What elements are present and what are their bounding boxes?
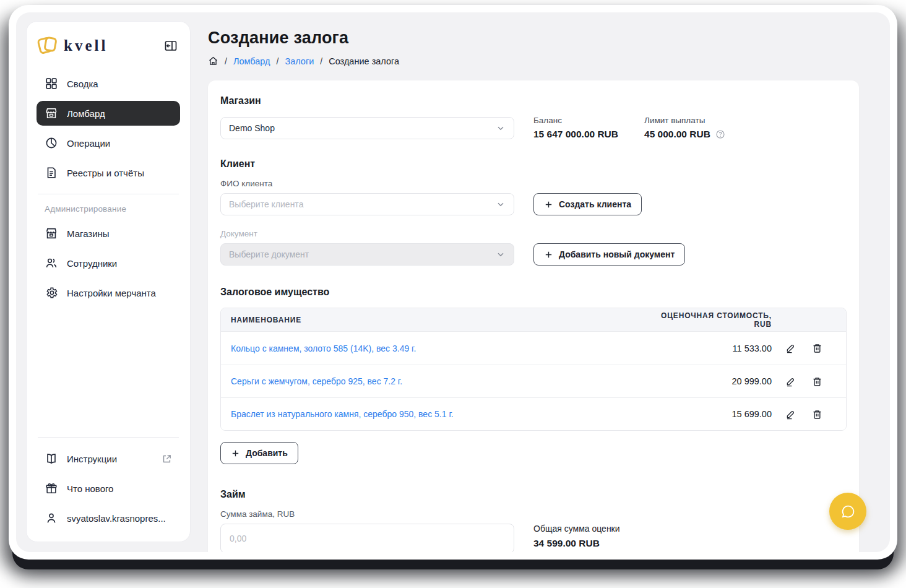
gift-icon — [45, 482, 58, 495]
sidebar-section-label: Администрирование — [45, 204, 180, 214]
total-appraisal: Общая сумма оценки 34 599.00 RUB — [533, 524, 620, 549]
plus-icon — [231, 449, 240, 458]
client-section-heading: Клиент — [220, 158, 847, 170]
sidebar-collapse-button[interactable] — [163, 38, 179, 54]
sidebar-item-magaziny[interactable]: Магазины — [37, 221, 180, 246]
collapse-sidebar-icon — [163, 38, 178, 53]
sidebar-item-label: Сводка — [67, 79, 172, 89]
edit-button[interactable] — [783, 407, 798, 422]
total-appraisal-value: 34 599.00 RUB — [533, 538, 620, 549]
app-screen: kvell Сводка — [16, 12, 890, 552]
book-icon — [45, 452, 58, 465]
shop-select-value: Demo Shop — [229, 123, 275, 133]
payout-limit-label: Лимит выплаты — [644, 116, 725, 125]
breadcrumb: Ломбард Залоги Создание залога — [208, 56, 859, 66]
chevron-down-icon — [496, 123, 506, 133]
sidebar-item-label: Ломбард — [67, 108, 172, 119]
table-row: Браслет из натурального камня, серебро 9… — [221, 397, 846, 430]
trash-icon — [811, 342, 823, 354]
breadcrumb-link-lombard[interactable]: Ломбард — [233, 56, 270, 66]
chat-fab-button[interactable] — [829, 493, 866, 530]
document-select-placeholder: Выберите документ — [229, 249, 309, 259]
edit-pencil-icon — [785, 342, 796, 354]
device-frame: kvell Сводка — [9, 5, 897, 560]
sidebar-item-nastroiki[interactable]: Настройки мерчанта — [37, 280, 180, 305]
client-select[interactable]: Выберите клиента — [220, 193, 514, 215]
payout-limit-value: 45 000.00 RUB — [644, 129, 710, 140]
loan-amount-input[interactable] — [220, 524, 514, 552]
collateral-table: НАИМЕНОВАНИЕ ОЦЕНОЧНАЯ СТОИМОСТЬ, RUB Ко… — [220, 308, 847, 431]
breadcrumb-link-zalogi[interactable]: Залоги — [285, 56, 314, 66]
collateral-item-value: 20 999.00 — [654, 376, 772, 386]
client-name-label: ФИО клиента — [220, 179, 847, 188]
storefront-icon — [45, 106, 58, 120]
sidebar-item-whats-new[interactable]: Что нового — [37, 476, 180, 501]
pie-chart-icon — [45, 136, 58, 150]
sidebar-item-operacii[interactable]: Операции — [37, 131, 180, 155]
grid-icon — [45, 77, 58, 90]
kvell-logo-icon — [38, 35, 59, 56]
collateral-item-link[interactable]: Кольцо с камнем, золото 585 (14K), вес 3… — [231, 344, 416, 353]
collateral-item-link[interactable]: Серьги с жемчугом, серебро 925, вес 7.2 … — [231, 376, 402, 386]
external-link-icon — [162, 454, 172, 464]
brand-name: kvell — [64, 37, 108, 54]
sidebar-item-label: Настройки мерчанта — [67, 288, 172, 298]
sidebar-item-label: Магазины — [67, 228, 172, 239]
loan-section-heading: Займ — [220, 489, 847, 500]
document-icon — [45, 166, 58, 179]
total-appraisal-label: Общая сумма оценки — [533, 524, 620, 534]
payout-limit-stat: Лимит выплаты 45 000.00 RUB — [644, 116, 725, 140]
sidebar-divider — [38, 437, 179, 438]
breadcrumb-home[interactable] — [208, 56, 218, 66]
document-label: Документ — [220, 229, 847, 238]
delete-button[interactable] — [810, 407, 824, 422]
sidebar-item-svodka[interactable]: Сводка — [37, 71, 180, 96]
sidebar-item-label: Сотрудники — [67, 258, 172, 269]
sidebar-item-sotrudniki[interactable]: Сотрудники — [37, 251, 180, 275]
account-username: svyatoslav.krasnopres... — [67, 513, 172, 524]
column-header-name: НАИМЕНОВАНИЕ — [231, 316, 654, 324]
sidebar-item-instrukcii[interactable]: Инструкции — [37, 446, 180, 471]
sidebar-item-label: Инструкции — [67, 454, 153, 464]
table-header-row: НАИМЕНОВАНИЕ ОЦЕНОЧНАЯ СТОИМОСТЬ, RUB — [221, 308, 846, 332]
trash-icon — [811, 409, 823, 420]
user-icon — [45, 511, 58, 525]
create-client-button[interactable]: Создать клиента — [533, 193, 642, 215]
chevron-down-icon — [496, 199, 506, 209]
brand-logo: kvell — [38, 35, 108, 56]
people-icon — [45, 256, 58, 270]
shop-select[interactable]: Demo Shop — [220, 117, 514, 139]
home-icon — [208, 56, 218, 66]
document-select[interactable]: Выберите документ — [220, 243, 514, 266]
edit-pencil-icon — [785, 376, 796, 387]
breadcrumb-current: Создание залога — [329, 56, 399, 66]
edit-button[interactable] — [783, 341, 798, 355]
plus-icon — [544, 200, 553, 209]
trash-icon — [811, 376, 823, 387]
edit-pencil-icon — [785, 409, 796, 420]
table-row: Серьги с жемчугом, серебро 925, вес 7.2 … — [221, 365, 846, 397]
gear-icon — [45, 286, 58, 300]
table-row: Кольцо с камнем, золото 585 (14K), вес 3… — [221, 332, 846, 365]
sidebar-item-lombard[interactable]: Ломбард — [37, 101, 180, 126]
column-header-value: ОЦЕНОЧНАЯ СТОИМОСТЬ, RUB — [654, 311, 772, 329]
balance-stat: Баланс 15 647 000.00 RUB — [533, 116, 618, 140]
chat-bubble-icon — [840, 503, 856, 520]
delete-button[interactable] — [810, 374, 824, 389]
sidebar-item-reestry[interactable]: Реестры и отчёты — [37, 160, 180, 185]
help-circle-icon[interactable] — [715, 129, 725, 139]
collateral-item-link[interactable]: Браслет из натурального камня, серебро 9… — [231, 409, 454, 419]
collateral-section-heading: Залоговое имущество — [220, 287, 847, 298]
shop-section-heading: Магазин — [220, 95, 847, 106]
add-document-button[interactable]: Добавить новый документ — [533, 243, 685, 266]
sidebar-item-label: Реестры и отчёты — [67, 168, 172, 178]
delete-button[interactable] — [810, 341, 824, 355]
add-collateral-button[interactable]: Добавить — [220, 442, 298, 464]
sidebar-item-account[interactable]: svyatoslav.krasnopres... — [37, 506, 180, 530]
balance-label: Баланс — [533, 116, 618, 125]
edit-button[interactable] — [783, 374, 798, 389]
client-select-placeholder: Выберите клиента — [229, 199, 303, 209]
shop-icon — [45, 227, 58, 240]
page-title: Создание залога — [208, 28, 859, 48]
chevron-down-icon — [496, 249, 506, 259]
